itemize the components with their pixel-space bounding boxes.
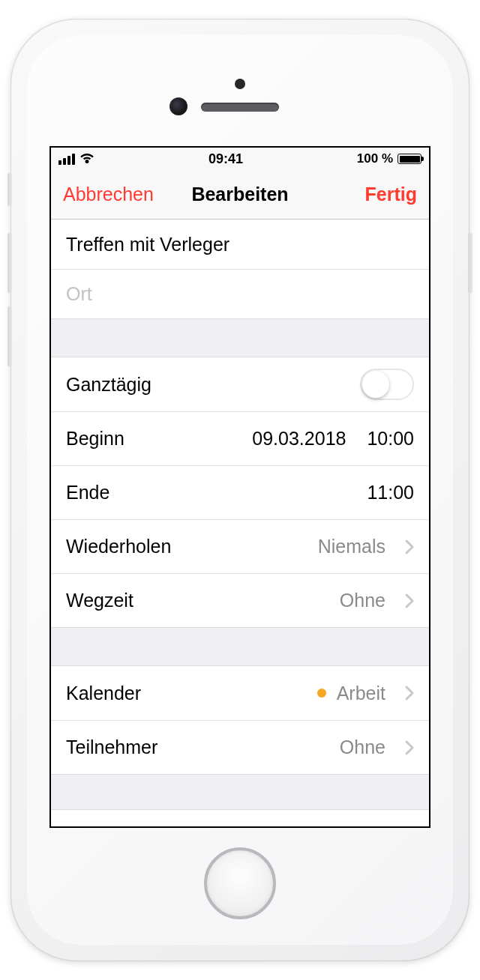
chevron-right-icon [405, 539, 414, 554]
chevron-right-icon [405, 740, 414, 755]
travel-time-row[interactable]: Wegzeit Ohne [51, 573, 429, 627]
repeat-row[interactable]: Wiederholen Niemals [51, 519, 429, 573]
chevron-right-icon [405, 686, 414, 701]
status-bar: 09:41 100 % [51, 148, 429, 170]
end-row[interactable]: Ende 11:00 [51, 465, 429, 519]
screen: 09:41 100 % Abbrechen Bearbeiten Fertig [50, 146, 430, 828]
event-title-input[interactable] [66, 234, 414, 255]
power-button [468, 233, 472, 293]
navigation-bar: Abbrechen Bearbeiten Fertig [51, 170, 429, 220]
start-time: 10:00 [367, 428, 414, 450]
start-label: Beginn [66, 428, 124, 450]
front-camera [170, 97, 188, 115]
cancel-button[interactable]: Abbrechen [63, 184, 154, 205]
earpiece-speaker [201, 103, 279, 112]
end-time: 11:00 [367, 482, 414, 503]
page-title: Bearbeiten [191, 184, 288, 205]
start-row[interactable]: Beginn 09.03.2018 10:00 [51, 411, 429, 465]
volume-down-button [8, 306, 12, 366]
repeat-label: Wiederholen [66, 536, 171, 557]
battery-percentage: 100 % [357, 151, 393, 166]
travel-time-value: Ohne [340, 590, 386, 611]
all-day-toggle[interactable] [360, 369, 414, 400]
cellular-signal-icon [58, 154, 75, 165]
sensor-dot [235, 79, 245, 89]
travel-time-label: Wegzeit [66, 590, 134, 611]
calendar-value: Arbeit [337, 683, 386, 704]
invitees-row[interactable]: Teilnehmer Ohne [51, 720, 429, 774]
chevron-right-icon [405, 593, 414, 608]
repeat-value: Niemals [318, 536, 386, 557]
invitees-label: Teilnehmer [66, 736, 158, 758]
all-day-label: Ganztägig [66, 374, 152, 396]
done-button[interactable]: Fertig [365, 184, 417, 205]
calendar-color-dot [317, 689, 326, 698]
invitees-value: Ohne [340, 736, 386, 758]
calendar-label: Kalender [66, 683, 141, 704]
wifi-icon [80, 154, 94, 164]
calendar-row[interactable]: Kalender Arbeit [51, 666, 429, 720]
alert-label: Hinweis [66, 826, 132, 829]
battery-icon [398, 154, 422, 164]
start-date: 09.03.2018 [252, 428, 346, 450]
alert-row[interactable]: Hinweis Ohne [51, 810, 429, 828]
status-time: 09:41 [208, 151, 243, 167]
mute-switch [8, 173, 12, 206]
event-location-input[interactable] [66, 283, 414, 305]
end-label: Ende [66, 482, 110, 503]
iphone-device-frame: 09:41 100 % Abbrechen Bearbeiten Fertig [10, 19, 470, 961]
alert-value: Ohne [340, 826, 386, 829]
home-button[interactable] [204, 847, 276, 919]
volume-up-button [8, 233, 12, 293]
